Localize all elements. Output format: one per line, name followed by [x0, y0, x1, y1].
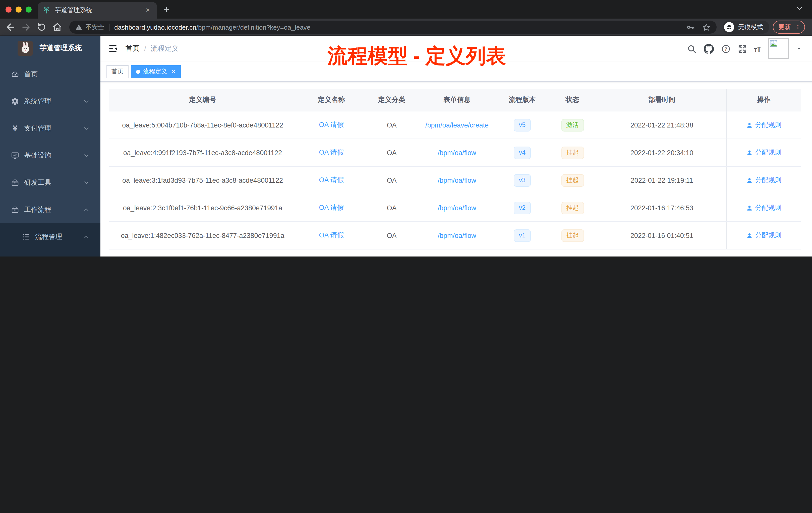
assign-rule-link[interactable]: 分配规则 [746, 203, 781, 212]
sidebar-item-首页[interactable]: 首页 [0, 61, 100, 88]
col-header-version: 流程版本 [497, 95, 547, 104]
github-icon[interactable] [703, 43, 714, 54]
listtree-icon [22, 233, 30, 241]
home-icon[interactable] [52, 22, 62, 32]
chevron-up-icon [83, 207, 89, 213]
menu-label: 系统管理 [24, 97, 51, 106]
definition-category: OA [367, 121, 417, 129]
person-icon [746, 122, 753, 128]
site-favicon-leaf-icon [43, 6, 50, 14]
sidebar-item-基础设施[interactable]: 基础设施 [0, 142, 100, 169]
tab-close-icon[interactable]: ✕ [144, 6, 152, 14]
screen: 芋道管理系统 ✕ + 不安全 dashboard.yudao.iocoder.c… [0, 0, 812, 256]
breadcrumb-home[interactable]: 首页 [125, 44, 140, 53]
version-chip: v2 [514, 202, 530, 214]
person-icon [746, 205, 753, 211]
form-link[interactable]: /bpm/oa/leave/create [425, 121, 489, 129]
definition-id: oa_leave:3:1fad3d93-7b75-11ec-a3c8-acde4… [109, 176, 296, 184]
assign-rule-label: 分配规则 [755, 231, 781, 240]
sidebar-item-研发工具[interactable]: 研发工具 [0, 169, 100, 196]
assign-rule-link[interactable]: 分配规则 [746, 176, 781, 185]
avatar[interactable] [768, 38, 789, 59]
active-tag-dot [136, 69, 140, 73]
definition-name-link[interactable]: OA 请假 [319, 121, 344, 128]
gear-icon [11, 97, 19, 105]
sidebar-item-系统管理[interactable]: 系统管理 [0, 88, 100, 115]
definition-category: OA [367, 232, 417, 239]
fullscreen-icon[interactable] [737, 44, 747, 54]
tab-title: 芋道管理系统 [55, 6, 144, 14]
definition-id: oa_leave:1:482ec033-762a-11ec-8477-a2380… [109, 232, 296, 239]
status-badge: 挂起 [561, 146, 584, 159]
bookmark-star-icon[interactable] [702, 23, 710, 31]
window-minimize-button[interactable] [16, 6, 22, 12]
sidebar-item-流程表单[interactable]: 流程表单 [0, 250, 100, 256]
chevron-down-icon [83, 180, 89, 186]
url-text: dashboard.yudao.iocoder.cn/bpm/manager/d… [114, 23, 679, 31]
incognito-badge: 无痕模式 [723, 21, 769, 34]
sidebar-item-流程管理[interactable]: 流程管理 [0, 223, 100, 250]
font-size-icon[interactable]: TT [754, 44, 761, 53]
app-logo[interactable]: 芋道管理系统 [0, 36, 100, 61]
search-icon[interactable] [687, 44, 696, 54]
tab-search-chevron-icon[interactable] [796, 5, 803, 12]
definition-category: OA [367, 176, 417, 184]
form-link[interactable]: /bpm/oa/flow [438, 176, 476, 184]
assign-rule-label: 分配规则 [755, 120, 781, 129]
password-key-icon[interactable] [687, 23, 695, 31]
browser-tab[interactable]: 芋道管理系统 ✕ [38, 2, 157, 19]
navbar-right-tools: TT [687, 36, 802, 62]
sidebar: 芋道管理系统 首页系统管理¥支付管理基础设施研发工具工作流程流程管理流程表单用户… [0, 36, 100, 256]
menu-label: 研发工具 [24, 178, 51, 187]
version-chip: v4 [514, 146, 530, 159]
definition-name-link[interactable]: OA 请假 [319, 204, 344, 211]
menu-label: 基础设施 [24, 151, 51, 160]
assign-rule-link[interactable]: 分配规则 [746, 120, 781, 129]
address-bar[interactable]: 不安全 dashboard.yudao.iocoder.cn/bpm/manag… [69, 21, 717, 34]
person-icon [746, 232, 753, 239]
col-header-id: 定义编号 [109, 95, 296, 104]
tag-process-definition[interactable]: 流程定义 ✕ [131, 65, 181, 78]
definition-name-link[interactable]: OA 请假 [319, 176, 344, 184]
person-icon [746, 177, 753, 183]
sidebar-item-工作流程[interactable]: 工作流程 [0, 196, 100, 223]
window-zoom-button[interactable] [26, 6, 32, 12]
status-badge: 挂起 [561, 174, 584, 186]
window-close-button[interactable] [5, 6, 11, 12]
url-path: /bpm/manager/definition?key=oa_leave [196, 23, 311, 31]
sidebar-item-支付管理[interactable]: ¥支付管理 [0, 115, 100, 142]
tag-close-icon[interactable]: ✕ [171, 68, 176, 74]
col-header-name: 定义名称 [296, 95, 367, 104]
not-secure-warning-icon [75, 24, 82, 31]
menu-label: 工作流程 [24, 205, 51, 214]
hamburger-icon[interactable] [109, 44, 118, 54]
chevron-down-icon [83, 98, 89, 104]
form-link[interactable]: /bpm/oa/flow [438, 204, 476, 212]
form-link[interactable]: /bpm/oa/flow [438, 232, 476, 239]
assign-rule-link[interactable]: 分配规则 [746, 148, 781, 157]
tag-home[interactable]: 首页 [107, 65, 128, 78]
avatar-caret-down-icon[interactable] [796, 46, 802, 52]
col-header-category: 定义分类 [367, 95, 417, 104]
assign-rule-label: 分配规则 [755, 148, 781, 157]
definition-name-link[interactable]: OA 请假 [319, 149, 344, 156]
forward-icon[interactable] [21, 22, 31, 32]
chevron-up-icon [83, 234, 89, 240]
incognito-label: 无痕模式 [738, 23, 763, 31]
form-link[interactable]: /bpm/oa/flow [438, 149, 476, 156]
table-row: oa_leave:4:991f2193-7b7f-11ec-a3c8-acde4… [109, 139, 801, 167]
definition-category: OA [367, 149, 417, 156]
incognito-icon [724, 22, 734, 32]
col-header-deployed: 部署时间 [598, 95, 726, 104]
deploy-time: 2022-01-22 19:19:11 [598, 176, 726, 184]
browser-menu-kebab-icon[interactable] [795, 24, 801, 30]
assign-rule-link[interactable]: 分配规则 [746, 231, 781, 240]
breadcrumb-separator: / [144, 45, 146, 53]
new-tab-button[interactable]: + [164, 3, 169, 16]
help-question-icon[interactable] [721, 44, 730, 54]
yen-icon: ¥ [11, 124, 19, 132]
reload-icon[interactable] [37, 22, 47, 32]
definition-name-link[interactable]: OA 请假 [319, 232, 344, 239]
browser-update-button[interactable]: 更新 [773, 21, 805, 34]
back-icon[interactable] [5, 22, 16, 32]
